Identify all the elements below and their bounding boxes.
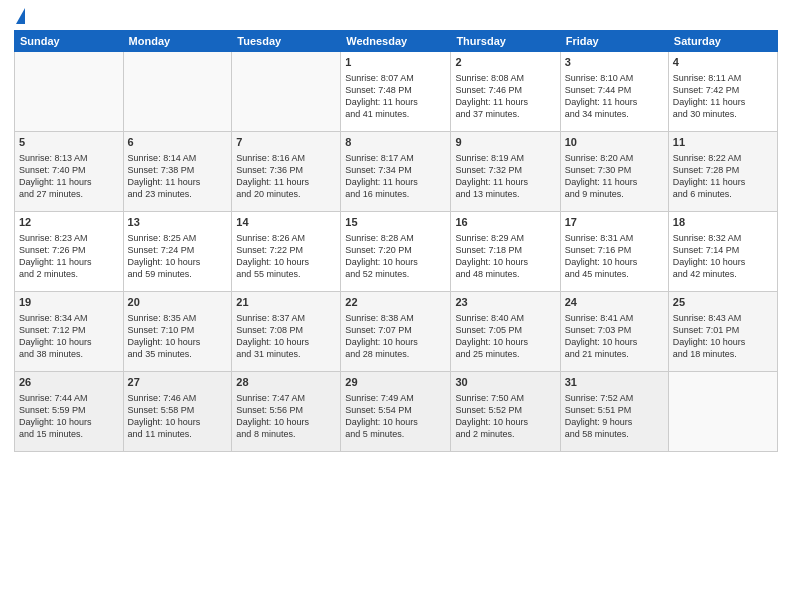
day-info: and 48 minutes.: [455, 268, 555, 280]
calendar-day: 10Sunrise: 8:20 AMSunset: 7:30 PMDayligh…: [560, 132, 668, 212]
day-info: and 55 minutes.: [236, 268, 336, 280]
day-info: and 25 minutes.: [455, 348, 555, 360]
day-number: 26: [19, 375, 119, 390]
day-number: 15: [345, 215, 446, 230]
day-info: Sunrise: 8:19 AM: [455, 152, 555, 164]
day-info: Sunrise: 7:49 AM: [345, 392, 446, 404]
day-info: and 6 minutes.: [673, 188, 773, 200]
day-info: Sunset: 7:05 PM: [455, 324, 555, 336]
day-info: and 11 minutes.: [128, 428, 228, 440]
day-info: Sunrise: 8:31 AM: [565, 232, 664, 244]
weekday-header: Monday: [123, 31, 232, 52]
calendar-header-row: SundayMondayTuesdayWednesdayThursdayFrid…: [15, 31, 778, 52]
day-info: and 20 minutes.: [236, 188, 336, 200]
day-info: Daylight: 11 hours: [345, 96, 446, 108]
day-number: 30: [455, 375, 555, 390]
day-number: 21: [236, 295, 336, 310]
day-info: Daylight: 10 hours: [128, 256, 228, 268]
day-info: Daylight: 10 hours: [345, 336, 446, 348]
day-info: and 2 minutes.: [455, 428, 555, 440]
day-info: Daylight: 10 hours: [455, 256, 555, 268]
day-number: 12: [19, 215, 119, 230]
day-number: 17: [565, 215, 664, 230]
weekday-header: Tuesday: [232, 31, 341, 52]
day-info: and 16 minutes.: [345, 188, 446, 200]
day-info: Sunrise: 8:10 AM: [565, 72, 664, 84]
calendar-day: 18Sunrise: 8:32 AMSunset: 7:14 PMDayligh…: [668, 212, 777, 292]
day-info: Sunrise: 8:37 AM: [236, 312, 336, 324]
calendar-day: 26Sunrise: 7:44 AMSunset: 5:59 PMDayligh…: [15, 372, 124, 452]
day-info: Sunrise: 7:47 AM: [236, 392, 336, 404]
day-info: and 59 minutes.: [128, 268, 228, 280]
day-info: Daylight: 11 hours: [455, 176, 555, 188]
day-info: Sunrise: 8:28 AM: [345, 232, 446, 244]
day-info: Daylight: 10 hours: [128, 416, 228, 428]
day-info: Sunrise: 8:38 AM: [345, 312, 446, 324]
day-info: and 37 minutes.: [455, 108, 555, 120]
day-info: Daylight: 11 hours: [19, 176, 119, 188]
day-info: and 18 minutes.: [673, 348, 773, 360]
calendar-day: 30Sunrise: 7:50 AMSunset: 5:52 PMDayligh…: [451, 372, 560, 452]
day-info: Sunset: 7:08 PM: [236, 324, 336, 336]
day-info: Daylight: 10 hours: [455, 416, 555, 428]
calendar-day: 24Sunrise: 8:41 AMSunset: 7:03 PMDayligh…: [560, 292, 668, 372]
calendar-table: SundayMondayTuesdayWednesdayThursdayFrid…: [14, 30, 778, 452]
day-info: Sunset: 7:10 PM: [128, 324, 228, 336]
day-info: Sunrise: 7:46 AM: [128, 392, 228, 404]
day-info: Sunset: 7:28 PM: [673, 164, 773, 176]
day-info: Daylight: 10 hours: [455, 336, 555, 348]
day-number: 8: [345, 135, 446, 150]
calendar-week-row: 12Sunrise: 8:23 AMSunset: 7:26 PMDayligh…: [15, 212, 778, 292]
day-number: 14: [236, 215, 336, 230]
day-info: and 34 minutes.: [565, 108, 664, 120]
day-number: 27: [128, 375, 228, 390]
day-number: 3: [565, 55, 664, 70]
day-info: Daylight: 10 hours: [19, 416, 119, 428]
calendar-day: 29Sunrise: 7:49 AMSunset: 5:54 PMDayligh…: [341, 372, 451, 452]
calendar-day: 25Sunrise: 8:43 AMSunset: 7:01 PMDayligh…: [668, 292, 777, 372]
day-number: 31: [565, 375, 664, 390]
calendar-week-row: 1Sunrise: 8:07 AMSunset: 7:48 PMDaylight…: [15, 52, 778, 132]
day-info: Sunset: 7:07 PM: [345, 324, 446, 336]
calendar-empty: [15, 52, 124, 132]
weekday-header: Friday: [560, 31, 668, 52]
calendar-day: 2Sunrise: 8:08 AMSunset: 7:46 PMDaylight…: [451, 52, 560, 132]
day-info: Sunset: 7:18 PM: [455, 244, 555, 256]
day-info: Daylight: 10 hours: [128, 336, 228, 348]
day-info: Sunrise: 8:34 AM: [19, 312, 119, 324]
day-info: Sunset: 7:34 PM: [345, 164, 446, 176]
day-info: Daylight: 9 hours: [565, 416, 664, 428]
calendar-day: 23Sunrise: 8:40 AMSunset: 7:05 PMDayligh…: [451, 292, 560, 372]
day-number: 16: [455, 215, 555, 230]
day-number: 23: [455, 295, 555, 310]
day-number: 19: [19, 295, 119, 310]
day-info: Daylight: 11 hours: [19, 256, 119, 268]
calendar-day: 14Sunrise: 8:26 AMSunset: 7:22 PMDayligh…: [232, 212, 341, 292]
calendar-day: 20Sunrise: 8:35 AMSunset: 7:10 PMDayligh…: [123, 292, 232, 372]
calendar-day: 8Sunrise: 8:17 AMSunset: 7:34 PMDaylight…: [341, 132, 451, 212]
day-info: Sunset: 7:46 PM: [455, 84, 555, 96]
day-info: Sunrise: 8:26 AM: [236, 232, 336, 244]
day-info: Sunset: 5:56 PM: [236, 404, 336, 416]
day-number: 25: [673, 295, 773, 310]
day-info: and 45 minutes.: [565, 268, 664, 280]
day-info: Sunset: 7:16 PM: [565, 244, 664, 256]
day-info: Sunrise: 8:23 AM: [19, 232, 119, 244]
day-info: and 42 minutes.: [673, 268, 773, 280]
day-info: and 41 minutes.: [345, 108, 446, 120]
day-info: Daylight: 10 hours: [673, 256, 773, 268]
calendar-day: 12Sunrise: 8:23 AMSunset: 7:26 PMDayligh…: [15, 212, 124, 292]
day-info: Sunset: 7:48 PM: [345, 84, 446, 96]
calendar-day: 13Sunrise: 8:25 AMSunset: 7:24 PMDayligh…: [123, 212, 232, 292]
calendar-day: 17Sunrise: 8:31 AMSunset: 7:16 PMDayligh…: [560, 212, 668, 292]
day-info: Sunrise: 8:07 AM: [345, 72, 446, 84]
day-info: Sunset: 7:26 PM: [19, 244, 119, 256]
calendar-week-row: 5Sunrise: 8:13 AMSunset: 7:40 PMDaylight…: [15, 132, 778, 212]
day-info: Daylight: 10 hours: [236, 256, 336, 268]
day-info: Sunset: 7:12 PM: [19, 324, 119, 336]
day-number: 20: [128, 295, 228, 310]
day-info: and 35 minutes.: [128, 348, 228, 360]
main-container: SundayMondayTuesdayWednesdayThursdayFrid…: [0, 0, 792, 612]
day-info: Sunset: 7:30 PM: [565, 164, 664, 176]
day-number: 6: [128, 135, 228, 150]
